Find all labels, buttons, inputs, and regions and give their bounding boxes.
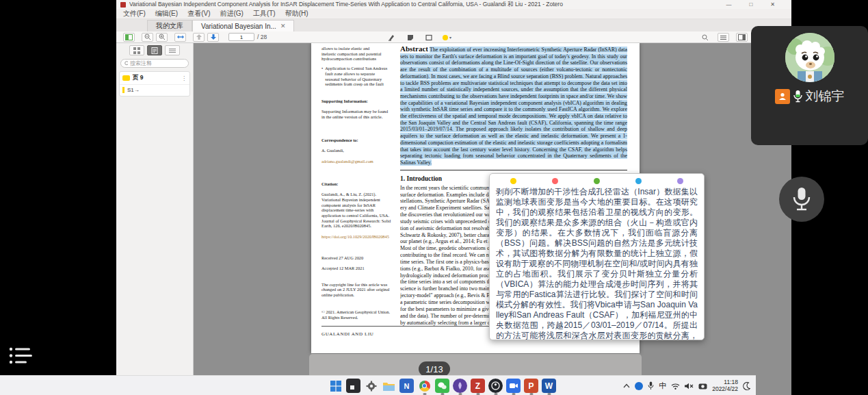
taskbar-zotero[interactable]: Z <box>471 379 485 393</box>
citation-doi-link[interactable]: https://doi.org/10.1029/2020JB020845 <box>321 234 398 240</box>
page-down-button[interactable] <box>207 33 219 42</box>
windows-taskbar: N Z P <box>0 375 756 395</box>
participant-role-icon <box>775 89 790 104</box>
fit-width-icon <box>176 34 185 40</box>
taskbar-file-explorer[interactable] <box>382 379 396 393</box>
window-title: Variational Bayesian Independent Compone… <box>129 1 722 9</box>
search-button[interactable] <box>699 33 711 42</box>
menu-item-help[interactable]: 帮助(H) <box>285 9 308 18</box>
minimize-button[interactable]: — <box>726 1 731 8</box>
highlight-tool-button[interactable] <box>386 33 397 42</box>
toggle-context-pane-button[interactable] <box>736 33 748 42</box>
color-blue-dot[interactable] <box>635 178 642 184</box>
notification-moon-icon[interactable] <box>743 382 750 390</box>
participant-name-row: 刘锦宇 <box>751 88 868 105</box>
close-button[interactable]: ✕ <box>770 1 775 8</box>
page-indicator-badge: 1/13 <box>419 361 450 377</box>
search-icon <box>124 61 128 66</box>
outline-view-button[interactable] <box>165 45 180 55</box>
menu-item-tools[interactable]: 工具(T) <box>253 9 276 18</box>
color-purple-dot[interactable] <box>677 178 683 184</box>
dates: Received 27 AUG 2020 Accepted 12 MAR 202… <box>321 250 398 277</box>
taskbar-word[interactable]: W <box>542 379 556 393</box>
toggle-sidebar-button[interactable] <box>123 33 135 42</box>
translation-popup: 剥削不断增加的干涉性合成孔径雷达（Insar）数据集以监测地球表面变形是当今大地… <box>489 173 705 340</box>
annotations-sidebar: 页 9 ⋮ S1→ <box>116 43 194 395</box>
zoom-out-button[interactable] <box>142 33 153 42</box>
toolbar-left-group: / 28 <box>116 33 267 42</box>
chevron-down-icon: ▾ <box>449 35 451 40</box>
zoom-in-button[interactable] <box>156 33 168 42</box>
annotations-view-button[interactable] <box>147 45 162 55</box>
app-window-icon <box>350 383 357 390</box>
volume-muted-icon[interactable] <box>685 383 694 390</box>
camera-icon[interactable] <box>698 383 707 390</box>
annotation-search-input[interactable] <box>130 60 185 66</box>
tray-app-icon[interactable] <box>635 382 643 390</box>
sidebar-icon <box>125 34 133 40</box>
fit-width-button[interactable] <box>174 33 186 42</box>
zotero-letter: Z <box>475 381 480 391</box>
page-total-label: / 28 <box>257 34 267 40</box>
participant-avatar <box>785 33 834 82</box>
wifi-icon[interactable] <box>671 383 680 390</box>
windows-logo-icon <box>330 381 341 392</box>
color-yellow-dot[interactable] <box>510 178 516 184</box>
ime-indicator[interactable]: 中 <box>659 381 666 391</box>
correspondence-email-link[interactable]: adriano.gualandi@gmail.com <box>321 159 398 164</box>
annotation-page-label: 页 9 <box>133 74 179 82</box>
tray-mic-icon[interactable] <box>648 381 654 390</box>
area-select-tool-button[interactable] <box>423 33 434 42</box>
key-point-item: • Application to Central San Andreas fau… <box>321 66 398 87</box>
agu-copyright: © 2021. American Geophysical Union. All … <box>321 309 398 320</box>
color-red-dot[interactable] <box>552 178 558 184</box>
translated-text: 剥削不断增加的干涉性合成孔径雷达（Insar）数据集以监测地球表面变形是当今大地… <box>490 185 704 340</box>
taskbar-wechat[interactable] <box>435 379 449 393</box>
taskbar-chrome[interactable] <box>417 379 432 393</box>
annotation-card[interactable]: 页 9 ⋮ S1→ <box>119 71 190 97</box>
highlighter-icon <box>388 34 395 41</box>
tray-clock[interactable]: 11:18 2022/4/22 <box>712 379 738 392</box>
annotation-excerpt[interactable]: S1→ <box>120 84 189 96</box>
taskbar-meeting[interactable] <box>506 379 521 393</box>
tray-chevron-up-icon[interactable] <box>623 383 630 388</box>
color-green-dot[interactable] <box>594 178 600 184</box>
tab-my-library[interactable]: 我的文库 <box>147 20 192 31</box>
view-options-button[interactable] <box>718 33 729 42</box>
taskbar-notepad[interactable]: N <box>399 379 414 393</box>
person-icon <box>778 92 787 101</box>
abstract-highlighted-text[interactable]: The exploitation of ever increasing Inte… <box>400 47 627 166</box>
taskbar-obs[interactable] <box>488 379 503 393</box>
page-up-button[interactable] <box>193 33 205 42</box>
supporting-info: Supporting Information: Supporting Infor… <box>321 93 398 125</box>
aperture-icon <box>491 381 500 390</box>
tab-close-icon[interactable]: ✕ <box>280 23 286 29</box>
start-button[interactable] <box>328 379 343 393</box>
citation: Citation: Gualandi, A., & Liu, Z. (2021)… <box>321 176 398 244</box>
paper-margin-column: allows to isolate elastic and inelastic … <box>321 46 398 302</box>
menu-item-file[interactable]: 文件(F) <box>123 9 146 18</box>
ppt-letter: P <box>528 381 534 391</box>
maximize-button[interactable]: □ <box>749 1 752 8</box>
arrow-down-icon <box>210 34 217 40</box>
highlight-color-picker-button[interactable]: ▾ <box>441 33 453 42</box>
note-tool-button[interactable] <box>404 33 416 42</box>
right-panel-icon <box>738 34 746 40</box>
taskbar-powerpoint[interactable]: P <box>524 379 538 393</box>
menu-item-view[interactable]: 查看(V) <box>187 9 210 18</box>
correspondence: Correspondence to: A. Gualandi, adriano.… <box>321 132 398 169</box>
kebab-menu-icon[interactable]: ⋮ <box>181 75 187 81</box>
menu-item-edit[interactable]: 编辑(E) <box>155 9 178 18</box>
window-controls: — □ ✕ <box>726 1 787 8</box>
taskbar-app-purple[interactable] <box>453 379 467 393</box>
page-number-input[interactable] <box>228 33 254 41</box>
microphone-button[interactable] <box>779 177 824 222</box>
tab-pdf-reader[interactable]: Variational Bayesian In... ✕ <box>192 20 294 31</box>
microphone-icon <box>791 186 812 212</box>
agenda-toggle-button[interactable] <box>8 346 33 369</box>
taskbar-app-dark[interactable] <box>346 379 360 393</box>
taskbar-settings[interactable] <box>364 379 378 393</box>
menu-bar: 文件(F) 编辑(E) 查看(V) 前进(G) 工具(T) 帮助(H) <box>116 9 791 19</box>
thumbnails-view-button[interactable] <box>129 45 144 55</box>
menu-item-go[interactable]: 前进(G) <box>220 9 243 18</box>
